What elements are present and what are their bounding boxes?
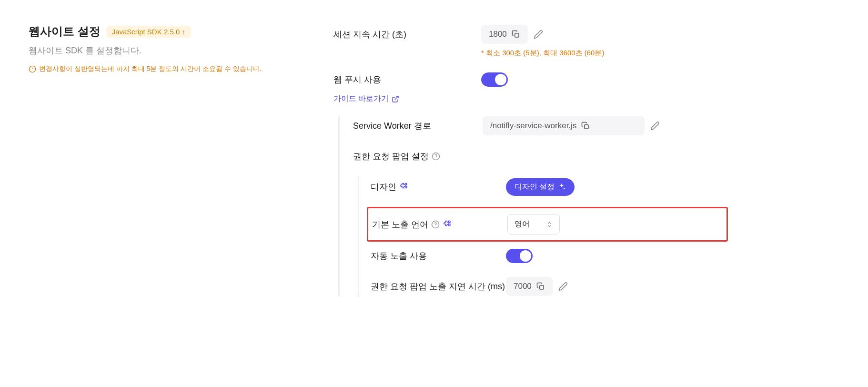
session-duration-value: 1800 [489,30,507,39]
popup-delay-row: 권한 요청 팝업 노출 지연 시간 (ms) 7000 [371,276,724,297]
session-duration-value-box: 1800 [481,25,528,44]
web-push-label: 웹 푸시 사용 [333,74,481,85]
edit-icon[interactable] [558,282,568,291]
design-label: 디자인 [371,181,506,193]
service-worker-row: Service Worker 경로 /notifly-service-worke… [353,115,724,136]
right-panel: 세션 지속 시간 (초) 1800 * 최소 300초 (5분), 최대 360… [333,24,724,306]
auto-show-row: 자동 노출 사용 [371,245,724,266]
help-icon[interactable] [432,152,440,161]
session-duration-row: 세션 지속 시간 (초) 1800 [333,24,724,45]
session-duration-hint: * 최소 300초 (5분), 최대 3600초 (60분) [481,49,724,58]
svg-rect-5 [585,125,588,129]
web-push-row: 웹 푸시 사용 [333,69,724,90]
puzzle-icon [399,182,409,192]
default-language-select[interactable]: 영어 [507,214,560,234]
auto-show-label: 자동 노출 사용 [371,250,506,262]
permission-popup-subsection: 디자인 디자인 설정 [358,176,724,297]
edit-icon[interactable] [650,121,660,131]
popup-delay-label: 권한 요청 팝업 노출 지연 시간 (ms) [371,280,506,293]
design-row: 디자인 디자인 설정 [371,176,724,197]
svg-line-4 [395,96,398,100]
page-subtitle: 웹사이트 SDK 를 설정합니다. [29,45,295,56]
chevron-updown-icon [546,221,553,228]
copy-icon[interactable] [512,30,520,39]
svg-rect-10 [540,285,544,289]
session-duration-label: 세션 지속 시간 (초) [333,29,481,40]
left-panel: 웹사이트 설정 JavaScript SDK 2.5.0 ↑ 웹사이트 SDK … [29,24,295,306]
warning-icon [29,65,36,73]
sdk-version-badge[interactable]: JavaScript SDK 2.5.0 ↑ [106,26,191,38]
permission-popup-label: 권한 요청 팝업 설정 [353,151,483,162]
copy-icon[interactable] [581,122,590,130]
popup-delay-value: 7000 [514,282,532,291]
external-link-icon [392,95,399,103]
svg-rect-3 [515,33,519,37]
edit-icon[interactable] [534,30,543,39]
warning-text: 변경사항이 실반영되는데 까지 최대 5분 정도의 시간이 소요될 수 있습니다… [39,65,262,73]
copy-icon[interactable] [536,282,545,291]
service-worker-label: Service Worker 경로 [353,120,483,132]
guide-link-text: 가이드 바로가기 [333,94,389,104]
help-icon[interactable] [431,220,440,229]
default-language-label: 기본 노출 언어 [372,219,507,230]
web-push-toggle[interactable] [481,72,508,87]
popup-delay-value-box: 7000 [506,277,553,296]
default-language-row-highlighted: 기본 노출 언어 영어 [367,207,728,242]
warning-message: 변경사항이 실반영되는데 까지 최대 5분 정도의 시간이 소요될 수 있습니다… [29,65,295,73]
web-push-subsection: Service Worker 경로 /notifly-service-worke… [338,115,724,297]
auto-show-toggle[interactable] [506,249,533,263]
service-worker-value: /notifly-service-worker.js [490,121,576,131]
permission-popup-row: 권한 요청 팝업 설정 [353,146,724,167]
guide-link[interactable]: 가이드 바로가기 [333,94,724,104]
page-title: 웹사이트 설정 [29,24,101,39]
sparkle-icon [557,183,566,191]
design-settings-button[interactable]: 디자인 설정 [506,178,575,196]
puzzle-icon [443,220,452,229]
service-worker-value-box: /notifly-service-worker.js [483,116,645,135]
default-language-value: 영어 [515,219,530,229]
